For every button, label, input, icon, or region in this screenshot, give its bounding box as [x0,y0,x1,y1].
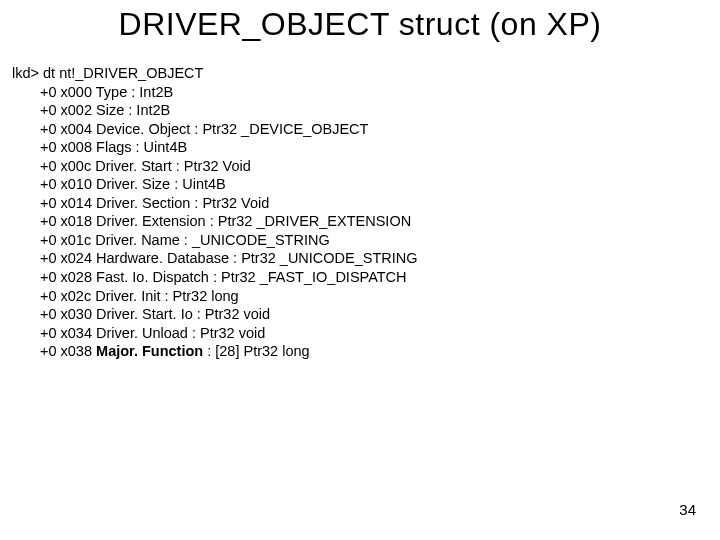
field-offset: +0 x030 [40,306,96,322]
field-type: : Ptr32 _UNICODE_STRING [229,250,418,266]
field-name: Driver. Start. Io [96,306,193,322]
field-type: : Ptr32 _DEVICE_OBJECT [190,121,368,137]
field-offset: +0 x038 [40,343,96,359]
field-row: +0 x014 Driver. Section : Ptr32 Void [12,194,418,213]
field-type: : Ptr32 void [193,306,270,322]
field-name: Type [96,84,127,100]
field-row: +0 x004 Device. Object : Ptr32 _DEVICE_O… [12,120,418,139]
field-type: : Ptr32 long [160,288,238,304]
field-type: : Int2B [124,102,170,118]
field-row: +0 x038 Major. Function : [28] Ptr32 lon… [12,342,418,361]
field-name: Device. Object [96,121,190,137]
field-name: Fast. Io. Dispatch [96,269,209,285]
field-type: : Uint4B [170,176,226,192]
page-number: 34 [679,501,696,518]
field-name: Major. Function [96,343,203,359]
field-offset: +0 x02c [40,288,95,304]
field-row: +0 x01c Driver. Name : _UNICODE_STRING [12,231,418,250]
field-row: +0 x008 Flags : Uint4B [12,138,418,157]
field-name: Hardware. Database [96,250,229,266]
field-row: +0 x000 Type : Int2B [12,83,418,102]
field-type: : Ptr32 _FAST_IO_DISPATCH [209,269,407,285]
field-row: +0 x010 Driver. Size : Uint4B [12,175,418,194]
field-row: +0 x018 Driver. Extension : Ptr32 _DRIVE… [12,212,418,231]
field-row: +0 x00c Driver. Start : Ptr32 Void [12,157,418,176]
field-row: +0 x028 Fast. Io. Dispatch : Ptr32 _FAST… [12,268,418,287]
field-offset: +0 x004 [40,121,96,137]
field-offset: +0 x028 [40,269,96,285]
field-name: Driver. Extension [96,213,206,229]
field-name: Flags [96,139,131,155]
field-offset: +0 x010 [40,176,96,192]
field-row: +0 x002 Size : Int2B [12,101,418,120]
field-type: : Ptr32 Void [190,195,269,211]
slide-title: DRIVER_OBJECT struct (on XP) [0,6,720,43]
field-name: Driver. Size [96,176,170,192]
field-row: +0 x024 Hardware. Database : Ptr32 _UNIC… [12,249,418,268]
slide: DRIVER_OBJECT struct (on XP) lkd> dt nt!… [0,0,720,540]
field-name: Driver. Name [95,232,180,248]
struct-dump: lkd> dt nt!_DRIVER_OBJECT +0 x000 Type :… [12,64,418,361]
field-type: : Ptr32 void [188,325,265,341]
field-type: : Ptr32 Void [172,158,251,174]
field-row: +0 x02c Driver. Init : Ptr32 long [12,287,418,306]
field-name: Driver. Unload [96,325,188,341]
field-offset: +0 x034 [40,325,96,341]
field-offset: +0 x024 [40,250,96,266]
field-type: : Ptr32 _DRIVER_EXTENSION [206,213,411,229]
field-name: Size [96,102,124,118]
field-list: +0 x000 Type : Int2B+0 x002 Size : Int2B… [12,83,418,361]
field-type: : Uint4B [132,139,188,155]
field-type: : Int2B [127,84,173,100]
field-type: : _UNICODE_STRING [180,232,330,248]
field-offset: +0 x008 [40,139,96,155]
field-offset: +0 x00c [40,158,95,174]
field-offset: +0 x002 [40,102,96,118]
field-offset: +0 x000 [40,84,96,100]
field-name: Driver. Init [95,288,160,304]
field-name: Driver. Section [96,195,190,211]
field-offset: +0 x018 [40,213,96,229]
field-row: +0 x030 Driver. Start. Io : Ptr32 void [12,305,418,324]
field-name: Driver. Start [95,158,172,174]
field-type: : [28] Ptr32 long [203,343,309,359]
field-offset: +0 x014 [40,195,96,211]
field-offset: +0 x01c [40,232,95,248]
command-line: lkd> dt nt!_DRIVER_OBJECT [12,64,418,83]
field-row: +0 x034 Driver. Unload : Ptr32 void [12,324,418,343]
